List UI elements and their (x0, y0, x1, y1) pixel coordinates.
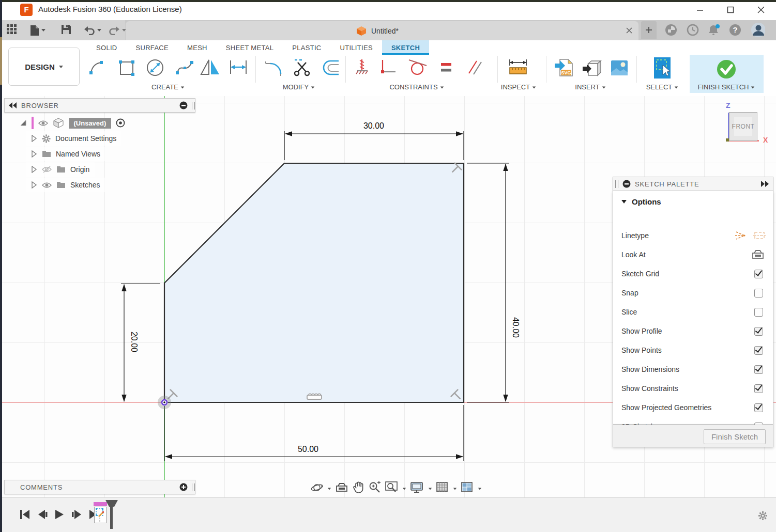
viewcube-front-face[interactable]: FRONT (729, 112, 757, 141)
timeline-step-back-button[interactable] (37, 509, 48, 520)
new-tab-button[interactable] (641, 21, 657, 39)
tab-utilities[interactable]: UTILITIES (331, 40, 382, 55)
timeline-play-button[interactable] (55, 509, 64, 520)
insert-svg-button[interactable]: SVG (553, 56, 576, 81)
finish-sketch-button[interactable] (714, 57, 738, 82)
sketch-grid-checkbox[interactable] (754, 270, 763, 278)
select-button[interactable] (650, 56, 674, 81)
grid-snap-button[interactable] (436, 481, 449, 496)
constraint-coincident-button[interactable] (377, 56, 401, 81)
finish-sketch-palette-button[interactable]: Finish Sketch (704, 429, 766, 444)
constraint-parallel-button[interactable] (463, 56, 486, 81)
redo-button[interactable] (109, 26, 126, 35)
create-circle-button[interactable] (143, 56, 167, 81)
browser-root-row[interactable]: (Unsaved) (14, 116, 130, 130)
zoom-button[interactable] (368, 481, 382, 496)
expand-caret-icon[interactable] (31, 135, 37, 142)
inspect-measure-button[interactable] (506, 56, 530, 81)
remove-panel-icon[interactable] (622, 180, 631, 188)
slice-checkbox[interactable] (754, 308, 763, 317)
save-button[interactable] (61, 24, 71, 37)
viewports-caret-icon[interactable] (478, 488, 481, 490)
zoom-window-caret-icon[interactable] (403, 488, 406, 490)
modify-trim-button[interactable] (291, 56, 314, 81)
tab-surface[interactable]: SURFACE (127, 40, 178, 55)
show-dimensions-checkbox[interactable] (754, 365, 763, 374)
workspace-selector[interactable]: DESIGN (8, 48, 80, 86)
insert-canvas-button[interactable] (607, 56, 631, 81)
snap-checkbox[interactable] (754, 289, 763, 298)
app-grid-menu-button[interactable] (6, 24, 18, 37)
group-label-finish-sketch[interactable]: FINISH SKETCH (682, 83, 770, 91)
timeline-go-to-start-button[interactable] (20, 509, 30, 520)
zoom-window-button[interactable] (385, 481, 399, 496)
viewports-button[interactable] (461, 481, 474, 496)
create-spline-button[interactable] (173, 56, 197, 81)
browser-item-origin[interactable]: Origin (26, 162, 95, 177)
notifications-button[interactable] (707, 23, 721, 37)
group-label-create[interactable]: CREATE (124, 83, 212, 91)
panel-drag-grip[interactable] (192, 483, 195, 491)
file-menu-button[interactable] (30, 25, 45, 36)
help-button[interactable]: ? (728, 23, 742, 37)
visibility-eye-icon[interactable] (42, 182, 52, 189)
look-at-button[interactable] (335, 481, 348, 496)
constraint-fix-button[interactable] (351, 56, 375, 81)
tab-sketch[interactable]: SKETCH (382, 40, 429, 55)
timeline-step-forward-button[interactable] (71, 509, 82, 520)
visibility-eye-icon[interactable] (38, 120, 48, 127)
group-label-modify[interactable]: MODIFY (255, 83, 343, 91)
show-constraints-checkbox[interactable] (754, 384, 763, 393)
construction-linetype-icon[interactable] (734, 230, 747, 241)
panel-drag-grip[interactable] (615, 180, 618, 188)
insert-mesh-button[interactable] (580, 56, 604, 81)
orbit-button[interactable] (310, 481, 324, 496)
expand-caret-icon[interactable] (31, 181, 37, 189)
modify-fillet-button[interactable] (262, 56, 286, 81)
activate-radio-icon[interactable] (116, 118, 125, 128)
panel-drag-grip[interactable] (192, 102, 195, 109)
timeline-playhead[interactable] (102, 500, 118, 529)
extensions-button[interactable] (664, 23, 678, 37)
create-rectangle-button[interactable] (115, 56, 139, 81)
pan-button[interactable] (352, 481, 364, 496)
create-dimension-button[interactable] (226, 56, 250, 81)
constraint-equal-button[interactable] (435, 56, 459, 81)
display-settings-button[interactable] (410, 481, 424, 496)
job-status-button[interactable] (686, 23, 700, 37)
browser-item-named-views[interactable]: Named Views (26, 147, 105, 161)
add-comment-icon[interactable] (179, 483, 188, 491)
show-projected-geometries-checkbox[interactable] (754, 403, 763, 412)
create-mirror-button[interactable] (199, 56, 222, 81)
expand-caret-icon[interactable] (31, 166, 37, 173)
window-close-button[interactable] (752, 3, 770, 17)
tab-sheet-metal[interactable]: SHEET METAL (217, 40, 283, 55)
create-arc-button[interactable] (86, 56, 110, 81)
display-settings-caret-icon[interactable] (429, 488, 432, 490)
sketch-palette-header[interactable]: SKETCH PALETTE (613, 177, 773, 191)
document-name-label[interactable]: (Unsaved) (69, 118, 112, 129)
browser-header[interactable]: BROWSER (4, 98, 195, 113)
constraint-tangent-button[interactable] (406, 56, 430, 81)
browser-item-document-settings[interactable]: Document Settings (26, 131, 121, 146)
expand-collapse-icon[interactable] (20, 119, 27, 127)
tab-mesh[interactable]: MESH (178, 40, 217, 55)
visibility-off-eye-icon[interactable] (42, 166, 52, 173)
expand-panel-icon[interactable] (760, 181, 769, 187)
remove-panel-icon[interactable] (179, 101, 188, 109)
group-label-constraints[interactable]: CONSTRAINTS (373, 83, 461, 91)
orbit-caret-icon[interactable] (328, 488, 331, 490)
options-section-header[interactable]: Options (621, 197, 661, 206)
timeline-options-gear-button[interactable] (758, 511, 768, 521)
undo-button[interactable] (84, 26, 101, 35)
modify-offset-button[interactable] (319, 56, 343, 81)
window-maximize-button[interactable] (722, 3, 739, 17)
tab-plastic[interactable]: PLASTIC (283, 40, 330, 55)
show-profile-checkbox[interactable] (754, 327, 763, 336)
centerline-linetype-icon[interactable] (753, 230, 766, 241)
document-tab[interactable]: Untitled* (126, 21, 638, 40)
look-at-icon[interactable] (751, 249, 765, 260)
show-points-checkbox[interactable] (754, 346, 763, 355)
browser-item-sketches[interactable]: Sketches (26, 178, 105, 192)
comments-header[interactable]: COMMENTS (4, 480, 195, 494)
